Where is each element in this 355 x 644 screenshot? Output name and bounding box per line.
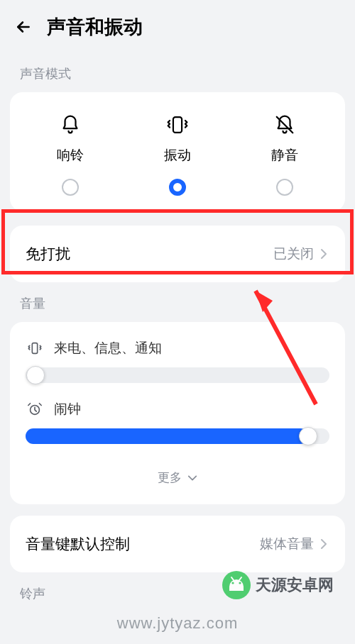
volume-calls-label: 来电、信息、通知 <box>54 339 162 357</box>
mode-ring-label: 响铃 <box>57 146 84 165</box>
bell-off-icon <box>274 112 295 138</box>
slider-calls[interactable] <box>26 367 329 383</box>
sound-mode-card: 响铃 振动 静音 <box>10 92 345 211</box>
radio-silent[interactable] <box>276 179 293 196</box>
mode-silent-label: 静音 <box>271 146 298 165</box>
mode-vibrate[interactable]: 振动 <box>124 112 231 196</box>
slider-alarm[interactable] <box>26 428 329 444</box>
page-title: 声音和振动 <box>47 14 143 40</box>
section-sound-mode: 声音模式 <box>0 52 355 92</box>
svg-point-8 <box>239 582 241 584</box>
chevron-down-icon <box>187 473 197 483</box>
watermark-url: www.jytyaz.com <box>0 614 355 633</box>
volume-card: 来电、信息、通知 闹钟 更多 <box>10 322 345 504</box>
vibrate-small-icon <box>26 340 44 356</box>
more-toggle[interactable]: 更多 <box>26 461 329 499</box>
clock-icon <box>26 401 44 417</box>
radio-vibrate[interactable] <box>169 179 186 196</box>
dnd-value: 已关闭 <box>273 245 314 263</box>
chevron-right-icon <box>318 538 329 550</box>
mode-ring[interactable]: 响铃 <box>17 112 124 196</box>
svg-rect-4 <box>32 343 37 354</box>
volume-key-card[interactable]: 音量键默认控制 媒体音量 <box>10 516 345 572</box>
section-volume: 音量 <box>0 282 355 322</box>
back-icon[interactable] <box>13 16 34 38</box>
mode-silent[interactable]: 静音 <box>231 112 338 196</box>
vol-key-title: 音量键默认控制 <box>26 534 260 554</box>
dnd-card[interactable]: 免打扰 已关闭 <box>10 226 345 282</box>
mode-vibrate-label: 振动 <box>164 146 191 165</box>
chevron-right-icon <box>318 248 329 260</box>
watermark-logo: 天源安卓网 <box>219 567 339 606</box>
more-label: 更多 <box>158 470 182 486</box>
vibrate-icon <box>165 112 190 138</box>
svg-rect-0 <box>173 117 182 133</box>
svg-text:天源安卓网: 天源安卓网 <box>255 576 334 594</box>
dnd-title: 免打扰 <box>26 244 273 264</box>
vol-key-value: 媒体音量 <box>260 535 314 553</box>
volume-alarm-label: 闹钟 <box>54 400 81 418</box>
radio-ring[interactable] <box>62 179 79 196</box>
bell-icon <box>60 112 81 138</box>
svg-point-7 <box>231 582 234 584</box>
